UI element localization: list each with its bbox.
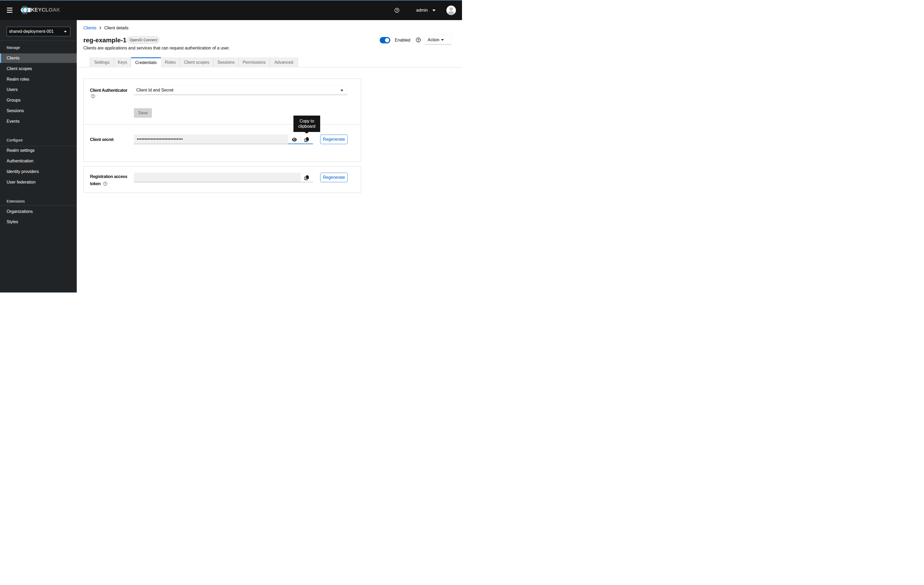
svg-text:KEYCLOAK: KEYCLOAK xyxy=(31,7,60,13)
